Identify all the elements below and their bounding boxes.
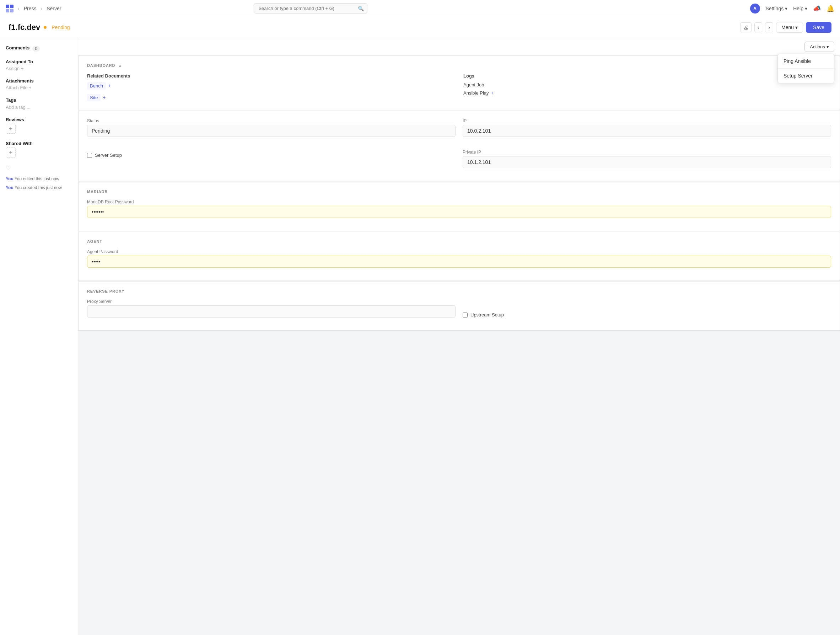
nav-next-button[interactable]: ›	[765, 22, 773, 32]
status-section: Status Pending IP Server Setup Pri	[78, 111, 840, 181]
mariadb-password-label: MariaDB Root Password	[87, 200, 831, 204]
nav-right: A Settings ▾ Help ▾ 📣 🔔	[750, 3, 834, 14]
add-review-button[interactable]: +	[6, 124, 16, 134]
upstream-setup-checkbox[interactable]	[463, 312, 467, 318]
avatar[interactable]: A	[750, 3, 760, 14]
nav-sep-1: ›	[18, 6, 19, 11]
save-button[interactable]: Save	[806, 22, 832, 33]
agent-section: AGENT Agent Password	[78, 232, 840, 281]
status-label: Status	[87, 119, 456, 124]
agent-job-item[interactable]: Agent Job	[463, 82, 831, 87]
mariadb-section: MARIADB MariaDB Root Password	[78, 182, 840, 231]
ip-input[interactable]	[463, 125, 831, 137]
page-title: f1.fc.dev	[8, 23, 40, 32]
sidebar-comments: Comments 0	[6, 45, 72, 52]
status-form-grid: Status Pending IP Server Setup Pri	[87, 119, 831, 174]
notifications-icon[interactable]: 🔔	[826, 5, 834, 13]
mariadb-password-input[interactable]	[87, 206, 831, 218]
agent-password-group: Agent Password	[87, 249, 831, 268]
upstream-setup-row: Upstream Setup	[463, 312, 504, 318]
attachments-label: Attachments	[6, 78, 72, 84]
main-content: Actions ▾ Ping Ansible Setup Server DASH…	[78, 38, 840, 635]
ip-group: IP	[463, 119, 831, 137]
sidebar-shared-with: Shared With +	[6, 141, 72, 157]
search-bar: 🔍	[254, 3, 368, 14]
agent-password-label: Agent Password	[87, 249, 831, 254]
print-button[interactable]: 🖨	[740, 22, 752, 32]
menu-button[interactable]: Menu ▾	[776, 22, 803, 33]
logs-col: Logs Agent Job Ansible Play +	[463, 73, 831, 103]
status-badge: Pending	[52, 25, 69, 30]
sidebar-reviews: Reviews +	[6, 117, 72, 134]
agent-section-title: AGENT	[87, 239, 831, 244]
nav-prev-button[interactable]: ‹	[754, 22, 763, 32]
dropdown-item-setup-server[interactable]: Setup Server	[778, 69, 834, 83]
server-setup-group: Server Setup	[87, 150, 456, 168]
dropdown-item-ping-ansible[interactable]: Ping Ansible	[778, 54, 834, 69]
site-item[interactable]: Site	[87, 94, 101, 101]
related-documents-col: Related Documents Bench + Site +	[87, 73, 455, 103]
dashboard-section-title: DASHBOARD ▲	[87, 63, 831, 68]
site-row: Site +	[87, 94, 455, 103]
dashboard-two-col: Related Documents Bench + Site + Logs Ag…	[87, 73, 831, 103]
activity-item-1: You You edited this just now	[6, 176, 72, 182]
help-button[interactable]: Help ▾	[793, 6, 807, 11]
upstream-setup-label: Upstream Setup	[471, 312, 504, 318]
ansible-play-item[interactable]: Ansible Play +	[463, 90, 831, 96]
dashboard-chevron-icon[interactable]: ▲	[118, 63, 122, 68]
comments-count: 0	[32, 46, 40, 52]
sidebar-assigned-to: Assigned To Assign +	[6, 59, 72, 71]
actions-label: Actions	[810, 44, 825, 49]
tags-label: Tags	[6, 97, 72, 103]
announcements-icon[interactable]: 📣	[813, 5, 821, 13]
shared-with-label: Shared With	[6, 141, 72, 146]
bench-item[interactable]: Bench	[87, 82, 106, 90]
server-setup-row: Server Setup	[87, 152, 456, 158]
top-nav: › Press › Server 🔍 A Settings ▾ Help ▾ 📣…	[0, 0, 840, 17]
proxy-server-group: Proxy Server	[87, 299, 456, 318]
reviews-label: Reviews	[6, 117, 72, 122]
private-ip-label: Private IP	[463, 150, 831, 155]
sidebar-attachments: Attachments Attach File +	[6, 78, 72, 90]
breadcrumb-press[interactable]: Press	[24, 6, 36, 11]
settings-button[interactable]: Settings ▾	[766, 6, 788, 11]
search-icon: 🔍	[358, 6, 364, 11]
private-ip-input[interactable]	[463, 156, 831, 168]
page-title-row: f1.fc.dev Pending	[8, 23, 70, 32]
actions-chevron-icon: ▾	[826, 44, 829, 49]
reverse-proxy-section-title: REVERSE PROXY	[87, 289, 831, 293]
server-setup-label: Server Setup	[95, 152, 122, 158]
sidebar-tags: Tags Add a tag ...	[6, 97, 72, 110]
add-tag-placeholder[interactable]: Add a tag ...	[6, 105, 30, 110]
attach-file-link[interactable]: Attach File +	[6, 85, 72, 90]
search-input[interactable]	[254, 3, 368, 14]
server-setup-checkbox[interactable]	[87, 153, 92, 158]
sidebar: Comments 0 Assigned To Assign + Attachme…	[0, 38, 78, 635]
reverse-proxy-section: REVERSE PROXY Proxy Server Upstream Setu…	[78, 282, 840, 331]
dashboard-section: DASHBOARD ▲ Related Documents Bench + Si…	[78, 56, 840, 110]
app-logo[interactable]	[6, 5, 14, 13]
actions-button[interactable]: Actions ▾	[804, 41, 834, 52]
heart-icon[interactable]: ♡	[6, 165, 72, 171]
add-shared-button[interactable]: +	[6, 147, 16, 157]
proxy-server-label: Proxy Server	[87, 299, 456, 304]
settings-chevron-icon: ▾	[785, 6, 788, 11]
comments-label: Comments	[6, 45, 30, 51]
status-select[interactable]: Pending	[87, 125, 456, 137]
help-label: Help	[793, 6, 804, 11]
breadcrumb-server[interactable]: Server	[47, 6, 61, 11]
menu-chevron-icon: ▾	[795, 25, 798, 30]
ansible-play-add-icon[interactable]: +	[491, 90, 494, 96]
actions-bar: Actions ▾ Ping Ansible Setup Server	[78, 38, 840, 56]
proxy-server-input[interactable]	[87, 306, 456, 318]
activity-log: You You edited this just now You You cre…	[6, 176, 72, 191]
mariadb-password-group: MariaDB Root Password	[87, 200, 831, 218]
page-header: f1.fc.dev Pending 🖨 ‹ › Menu ▾ Save	[0, 17, 840, 38]
header-actions: 🖨 ‹ › Menu ▾ Save	[740, 22, 832, 33]
site-add-icon[interactable]: +	[103, 95, 106, 100]
assign-link[interactable]: Assign +	[6, 66, 72, 71]
status-dot	[44, 26, 47, 29]
bench-add-icon[interactable]: +	[108, 83, 111, 89]
agent-password-input[interactable]	[87, 256, 831, 268]
upstream-setup-group: Upstream Setup	[463, 299, 831, 318]
